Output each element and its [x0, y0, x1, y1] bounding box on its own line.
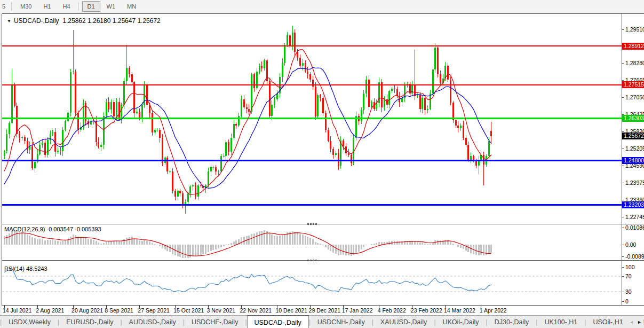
- tab-usdx[interactable]: USDX,Weekly: [2, 316, 58, 328]
- terminal-window: 5M30H1H4D1W1MN 1.295101.288951.282801.27…: [0, 0, 644, 328]
- price-badge: 1.23203: [622, 201, 644, 208]
- price-chart[interactable]: 1.295101.288951.282801.276651.270501.264…: [0, 13, 644, 315]
- tab-uk100[interactable]: UK100-,H1: [537, 316, 584, 328]
- svg-text:3 Nov 2021: 3 Nov 2021: [206, 307, 235, 314]
- tab-xauusd[interactable]: XAUUSD-,Daily: [373, 316, 434, 328]
- svg-text:8 Sep 2021: 8 Sep 2021: [105, 307, 133, 314]
- svg-text:-0.00897: -0.00897: [625, 253, 644, 260]
- timeframe-button-5[interactable]: 5: [1, 1, 9, 12]
- svg-text:22 Nov 2021: 22 Nov 2021: [240, 307, 272, 314]
- svg-text:17 Jan 2022: 17 Jan 2022: [342, 307, 373, 314]
- svg-text:23 Feb 2022: 23 Feb 2022: [411, 307, 442, 314]
- svg-text:2 Aug 2021: 2 Aug 2021: [36, 307, 64, 314]
- tab-dj30[interactable]: DJ30-,Daily: [488, 316, 536, 328]
- price-badge: 1.26303: [622, 115, 644, 122]
- price-badge: 1.25672: [622, 132, 644, 139]
- svg-text:1.23975: 1.23975: [625, 179, 644, 186]
- tab-scroll-left-icon[interactable]: ◄: [629, 320, 634, 325]
- toolbar-separator: [11, 2, 12, 11]
- pane-splitter-handle[interactable]: [315, 260, 316, 261]
- svg-text:1.25205: 1.25205: [625, 145, 644, 152]
- tab-audusd[interactable]: AUDUSD-,Daily: [122, 316, 183, 328]
- pane-splitter-handle[interactable]: [307, 260, 308, 261]
- svg-text:10 Dec 2021: 10 Dec 2021: [275, 307, 307, 314]
- toolbar-separator: [78, 2, 79, 11]
- tab-eurusd[interactable]: EURUSD-,Daily: [59, 316, 120, 328]
- pane-splitter-handle[interactable]: [310, 260, 311, 261]
- timeframe-button-h4[interactable]: H4: [57, 1, 75, 12]
- pane-splitter-handle[interactable]: [310, 224, 311, 225]
- svg-text:0: 0: [625, 298, 629, 304]
- svg-text:1.26303: 1.26303: [624, 115, 644, 121]
- svg-text:70: 70: [625, 273, 632, 279]
- timeframe-button-w1[interactable]: W1: [101, 1, 121, 12]
- tab-scroll-buttons: ◄ ►: [629, 316, 643, 328]
- svg-text:30: 30: [625, 288, 632, 295]
- tab-usdcad[interactable]: USDCAD-,Daily: [247, 315, 309, 328]
- chart-title: ▼USDCAD-,Daily 1.25862 1.26180 1.25647 1…: [7, 17, 161, 25]
- pane-splitter-handle[interactable]: [315, 224, 316, 225]
- timeframe-toolbar: 5M30H1H4D1W1MN: [0, 0, 644, 12]
- svg-text:1.27515: 1.27515: [624, 81, 644, 88]
- chart-symbol-label: USDCAD-,Daily: [14, 17, 59, 25]
- tab-ukoil[interactable]: UKOil-,Daily: [436, 316, 486, 328]
- tab-usdcnh[interactable]: USDCNH-,Daily: [311, 316, 372, 328]
- price-badge: 1.24800: [622, 157, 644, 164]
- svg-text:1.24800: 1.24800: [624, 157, 644, 163]
- svg-text:100: 100: [625, 264, 635, 270]
- price-badge: 1.27515: [622, 81, 644, 88]
- svg-text:4 Feb 2022: 4 Feb 2022: [378, 307, 406, 314]
- pane-splitter-handle[interactable]: [307, 224, 308, 225]
- price-badge: 1.28912: [622, 43, 644, 50]
- svg-text:1 Apr 2022: 1 Apr 2022: [480, 307, 507, 314]
- chart-window: 1.295101.288951.282801.276651.270501.264…: [0, 13, 644, 315]
- date-axis[interactable]: 14 Jul 20212 Aug 202120 Aug 20218 Sep 20…: [3, 306, 507, 314]
- svg-text:14 Mar 2022: 14 Mar 2022: [444, 307, 475, 314]
- svg-text:15 Oct 2021: 15 Oct 2021: [173, 307, 204, 314]
- svg-text:1.25672: 1.25672: [624, 132, 644, 139]
- svg-text:29 Dec 2021: 29 Dec 2021: [309, 307, 341, 314]
- chart-ohlc-values: 1.25862 1.26180 1.25647 1.25672: [62, 17, 161, 25]
- pane-splitter-handle[interactable]: [313, 260, 314, 261]
- macd-indicator-label: MACD(12,26,9) -0.003547 -0.005393: [4, 226, 101, 232]
- svg-text:1.23203: 1.23203: [624, 201, 644, 208]
- tab-scroll-right-icon[interactable]: ►: [637, 320, 642, 325]
- svg-text:0.00: 0.00: [625, 241, 637, 248]
- svg-text:0.010869: 0.010869: [625, 224, 644, 231]
- pane-splitter-handle[interactable]: [313, 224, 314, 225]
- timeframe-button-d1[interactable]: D1: [82, 1, 100, 12]
- tab-usdchf[interactable]: USDCHF-,Daily: [185, 316, 245, 328]
- rsi-indicator-label: RSI(14) 48.5243: [4, 265, 47, 272]
- timeframe-button-m30[interactable]: M30: [15, 1, 37, 12]
- svg-text:1.22745: 1.22745: [625, 214, 644, 220]
- svg-text:1.28912: 1.28912: [624, 43, 644, 49]
- svg-text:27 Sep 2021: 27 Sep 2021: [138, 307, 170, 314]
- svg-text:1.29510: 1.29510: [625, 26, 644, 33]
- tab-usoil[interactable]: USOil-,H1: [586, 316, 630, 328]
- timeframe-button-mn[interactable]: MN: [122, 1, 141, 12]
- chart-dropdown-icon[interactable]: ▼: [7, 19, 11, 24]
- svg-text:14 Jul 2021: 14 Jul 2021: [3, 307, 31, 314]
- timeframe-button-h1[interactable]: H1: [38, 1, 56, 12]
- svg-text:20 Aug 2021: 20 Aug 2021: [71, 307, 103, 314]
- symbol-tab-bar: |USDX,Weekly|EURUSD-,Daily|AUDUSD-,Daily…: [0, 315, 644, 328]
- svg-text:1.27050: 1.27050: [625, 94, 644, 100]
- svg-text:1.28280: 1.28280: [625, 60, 644, 66]
